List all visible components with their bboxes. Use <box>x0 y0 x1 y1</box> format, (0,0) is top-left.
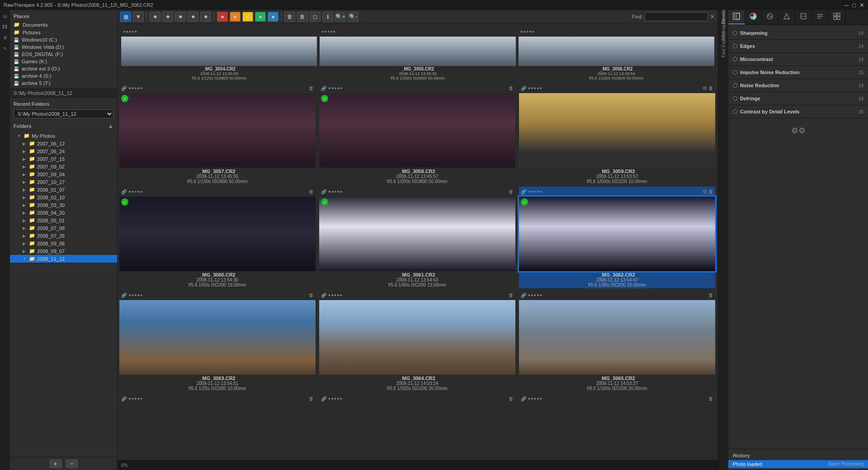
star-1[interactable]: ★ <box>150 12 160 22</box>
folders-collapse-button[interactable]: ▲ <box>108 123 113 129</box>
history-item-photo-loaded[interactable]: Photo loaded Batch Processing <box>728 460 868 468</box>
titlebar-controls[interactable]: ─ □ ✕ <box>844 2 864 9</box>
rp-tab-meta[interactable] <box>812 10 829 24</box>
contrast-detail-toggle[interactable] <box>733 109 737 114</box>
settings-icon[interactable]: ⚙ <box>703 189 707 195</box>
impulse-noise-toggle[interactable] <box>733 70 737 75</box>
star-5[interactable]: ★ <box>200 12 211 22</box>
delete-icon[interactable]: 🗑 <box>309 85 314 91</box>
thumbnail-3054[interactable]: ● ● ● ● ● _MG_3054.CR2 2008-11-12 13:45:… <box>121 27 317 80</box>
place-drive-d[interactable]: 💾 Windows Vista (D:) <box>10 43 117 51</box>
folder-2008-07-26[interactable]: ▶ 📁 2008_07_26 <box>10 232 117 240</box>
folder-2008-09-07[interactable]: ▶ 📁 2008_09_07 <box>10 247 117 255</box>
noise-reduction-header[interactable]: Noise Reduction 14 <box>728 81 868 90</box>
folder-2007-10-27[interactable]: ▶ 📁 2007_10_27 <box>10 178 117 186</box>
delete-icon[interactable]: 🗑 <box>509 396 514 401</box>
place-archive-3[interactable]: 💾 archive ext 3 (O:) <box>10 65 117 72</box>
sharpening-header[interactable]: Sharpening 14 <box>728 28 868 38</box>
microcontrast-header[interactable]: Microcontrast 14 <box>728 55 868 64</box>
editor-icon[interactable]: ✎ <box>1 44 9 52</box>
color-label-3[interactable]: ● <box>242 12 253 22</box>
color-label-2[interactable]: ● <box>230 12 241 22</box>
defringe-header[interactable]: Defringe 14 <box>728 94 868 103</box>
folder-2007-07-15[interactable]: ▶ 📁 2007_07_15 <box>10 155 117 163</box>
thumbnail-3055[interactable]: ● ● ● ● ● _MG_3055.CR2 2008-11-12 13:45:… <box>320 27 515 80</box>
folder-2007-06-24[interactable]: ▶ 📁 2007_06_24 <box>10 147 117 155</box>
delete-icon[interactable]: 🗑 <box>708 189 713 195</box>
delete-permanently-button[interactable]: 🗑 <box>297 12 308 22</box>
delete-icon[interactable]: 🗑 <box>309 292 314 298</box>
star-4[interactable]: ★ <box>188 12 198 22</box>
delete-icon[interactable]: 🗑 <box>509 85 514 91</box>
rp-tab-color[interactable] <box>745 10 762 24</box>
place-drive-c[interactable]: 💾 Windows10 (C:) <box>10 36 117 43</box>
recent-folders-dropdown[interactable]: S:\My Photos\2008_11_12 <box>14 109 113 118</box>
delete-icon[interactable]: 🗑 <box>509 189 514 194</box>
thumbnail-3059[interactable]: 🔗 ●● ●● ● ⚙ 🗑 <box>519 83 715 185</box>
folder-2008-05-01[interactable]: ▶ 📁 2008_05_01 <box>10 216 117 224</box>
place-pictures[interactable]: 📁 Pictures <box>10 28 117 36</box>
color-label-5[interactable]: ● <box>268 12 278 22</box>
select-button[interactable]: ◻ <box>310 12 321 22</box>
delete-icon[interactable]: 🗑 <box>708 292 713 298</box>
folder-2008-02-10[interactable]: ▶ 📁 2008_02_10 <box>10 193 117 201</box>
folder-2007-09-04[interactable]: ▶ 📁 2007_09_04 <box>10 170 117 178</box>
sharpening-toggle[interactable] <box>733 31 737 35</box>
delete-icon[interactable]: 🗑 <box>309 189 314 194</box>
thumbnail-3064[interactable]: 🔗 ●● ●● ● 🗑 <box>319 290 515 392</box>
folder-2007-06-12[interactable]: ▶ 📁 2007_06_12 <box>10 140 117 147</box>
remove-folder-button[interactable]: − <box>66 459 78 468</box>
rp-tab-exposure[interactable] <box>728 10 745 24</box>
close-button[interactable]: ✕ <box>859 2 864 9</box>
folder-2008-03-30[interactable]: ▶ 📁 2008_03_30 <box>10 201 117 209</box>
folder-2008-04-20[interactable]: ▶ 📁 2008_04_20 <box>10 209 117 216</box>
place-documents[interactable]: 📁 Documents <box>10 21 117 28</box>
thumbnail-3065[interactable]: 🔗 ●● ●● ● 🗑 <box>519 290 715 392</box>
star-3[interactable]: ★ <box>175 12 186 22</box>
folder-2008-11-12[interactable]: ▼ 📁 2008_11_12 <box>10 255 117 263</box>
color-label-1[interactable]: ● <box>217 12 228 22</box>
place-archive-4[interactable]: 💾 archive 4 (S:) <box>10 72 117 80</box>
zoom-out-button[interactable]: 🔍- <box>348 12 359 22</box>
defringe-toggle[interactable] <box>733 96 737 101</box>
thumbnail-3058[interactable]: 🔗 ●● ●● ● 🗑 ✓ <box>319 83 515 185</box>
edges-toggle[interactable] <box>733 44 737 48</box>
maximize-button[interactable]: □ <box>852 2 856 9</box>
folder-2008-09-06[interactable]: ▶ 📁 2008_09_06 <box>10 240 117 247</box>
place-archive-5[interactable]: 💾 archive 5 (T:) <box>10 80 117 87</box>
edges-header[interactable]: Edges 14 <box>728 42 868 51</box>
folder-2008-01-07[interactable]: ▶ 📁 2008_01_07 <box>10 186 117 193</box>
microcontrast-toggle[interactable] <box>733 57 737 61</box>
close-find-button[interactable]: ✕ <box>710 13 715 20</box>
minimize-button[interactable]: ─ <box>844 2 849 9</box>
rp-tab-geometry[interactable] <box>778 10 795 24</box>
grid-view-button[interactable]: ▦ <box>120 12 131 22</box>
file-browser-icon[interactable]: 🗂 <box>1 12 9 20</box>
filmstrip-icon[interactable]: 🎞 <box>1 23 9 31</box>
queue-icon[interactable]: ⚙ <box>1 33 9 42</box>
zoom-in-button[interactable]: 🔍+ <box>335 12 346 22</box>
delete-icon[interactable]: 🗑 <box>708 396 713 401</box>
delete-icon[interactable]: 🗑 <box>708 85 713 91</box>
contrast-detail-header[interactable]: Contrast by Detail Levels 15 <box>728 107 868 116</box>
folder-my-photos[interactable]: ▼ 📁 My Photos <box>10 132 117 140</box>
find-input[interactable] <box>645 12 708 21</box>
impulse-noise-header[interactable]: Impulse Noise Reduction 15 <box>728 68 868 77</box>
add-folder-button[interactable]: + <box>49 459 62 468</box>
thumbnail-3057[interactable]: 🔗 ●● ●● ● 🗑 ✓ <box>119 83 316 185</box>
delete-button[interactable]: 🗑 <box>284 12 295 22</box>
place-drive-f[interactable]: 💾 EOS_DIGITAL (F:) <box>10 51 117 58</box>
thumbnail-3063[interactable]: 🔗 ●● ●● ● 🗑 <box>119 290 316 392</box>
rp-tab-detail[interactable] <box>762 10 778 24</box>
noise-reduction-toggle[interactable] <box>733 83 737 88</box>
filter-button[interactable]: ▼ <box>133 12 144 22</box>
thumbnail-3062-selected[interactable]: 🔗 ● ● ● ● ● ⚙ 🗑 <box>519 187 715 288</box>
rp-tab-raw[interactable] <box>795 10 812 24</box>
folder-2007-09-02[interactable]: ▶ 📁 2007_09_02 <box>10 163 117 170</box>
thumbnail-3061[interactable]: 🔗 ●● ●● ● 🗑 ✓ <box>319 187 515 288</box>
settings-icon[interactable]: ⚙ <box>703 85 707 91</box>
info-button[interactable]: ℹ <box>322 12 333 22</box>
delete-icon[interactable]: 🗑 <box>509 292 514 298</box>
thumbnail-3056[interactable]: ● ● ● ● ● _MG_3056.CR2 2008-11-12 13:45:… <box>519 27 714 80</box>
color-label-4[interactable]: ● <box>255 12 266 22</box>
